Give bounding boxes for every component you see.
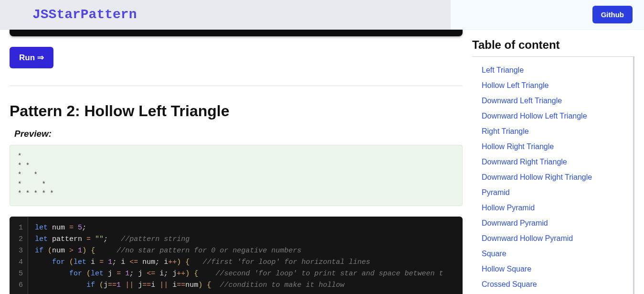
toc-item-hollow-right-triangle[interactable]: Hollow Right Triangle	[472, 139, 633, 154]
main-content: Run ⇒ Pattern 2: Hollow Left Triangle Pr…	[0, 30, 472, 294]
line-number: 5	[16, 268, 23, 280]
section-divider	[10, 86, 463, 86]
toc-item-hollow-left-triangle[interactable]: Hollow Left Triangle	[472, 78, 633, 93]
brand-logo[interactable]: JSStarPattern	[11, 7, 137, 22]
line-number: 3	[16, 245, 23, 257]
toc-list: Left Triangle Hollow Left Triangle Downw…	[472, 56, 634, 294]
body-wrap: Run ⇒ Pattern 2: Hollow Left Triangle Pr…	[0, 0, 644, 294]
toc-item-hollow-pyramid[interactable]: Hollow Pyramid	[472, 200, 633, 216]
toc-item-downward-left-triangle[interactable]: Downward Left Triangle	[472, 93, 633, 109]
toc-title: Table of content	[472, 38, 634, 52]
toc-item-hollow-square[interactable]: Hollow Square	[472, 261, 633, 277]
toc-item-right-triangle[interactable]: Right Triangle	[472, 124, 633, 139]
toc-item-downward-right-triangle[interactable]: Downward Right Triangle	[472, 154, 633, 170]
toc-item-pyramid[interactable]: Pyramid	[472, 185, 633, 200]
line-number: 1	[16, 222, 23, 234]
toc-item-left-triangle[interactable]: Left Triangle	[472, 63, 633, 78]
header: JSStarPattern Github	[0, 0, 644, 30]
github-button[interactable]: Github	[592, 6, 633, 23]
preview-label: Preview:	[14, 129, 463, 139]
line-gutter: 1 2 3 4 5 6	[10, 217, 28, 294]
toc-item-downward-pyramid[interactable]: Downward Pyramid	[472, 216, 633, 231]
sidebar: Table of content Left Triangle Hollow Le…	[472, 30, 644, 294]
code-content[interactable]: let num = 5; let pattern = ""; //pattern…	[28, 217, 463, 294]
toc-item-downward-hollow-right-triangle[interactable]: Downward Hollow Right Triangle	[472, 170, 633, 185]
toc-item-downward-hollow-left-triangle[interactable]: Downward Hollow Left Triangle	[472, 109, 633, 124]
preview-output: * * * * * * * * * * * *	[10, 145, 463, 206]
toc-item-square[interactable]: Square	[472, 246, 633, 261]
prev-code-block-tail	[10, 30, 463, 36]
code-block: 1 2 3 4 5 6 let num = 5; let pattern = "…	[10, 217, 463, 294]
line-number: 2	[16, 234, 23, 245]
line-number: 4	[16, 257, 23, 268]
toc-item-crossed-square[interactable]: Crossed Square	[472, 277, 633, 292]
run-button[interactable]: Run ⇒	[10, 47, 53, 68]
line-number: 6	[16, 280, 23, 291]
pattern-title: Pattern 2: Hollow Left Triangle	[10, 102, 463, 120]
toc-item-downward-hollow-pyramid[interactable]: Downward Hollow Pyramid	[472, 231, 633, 246]
